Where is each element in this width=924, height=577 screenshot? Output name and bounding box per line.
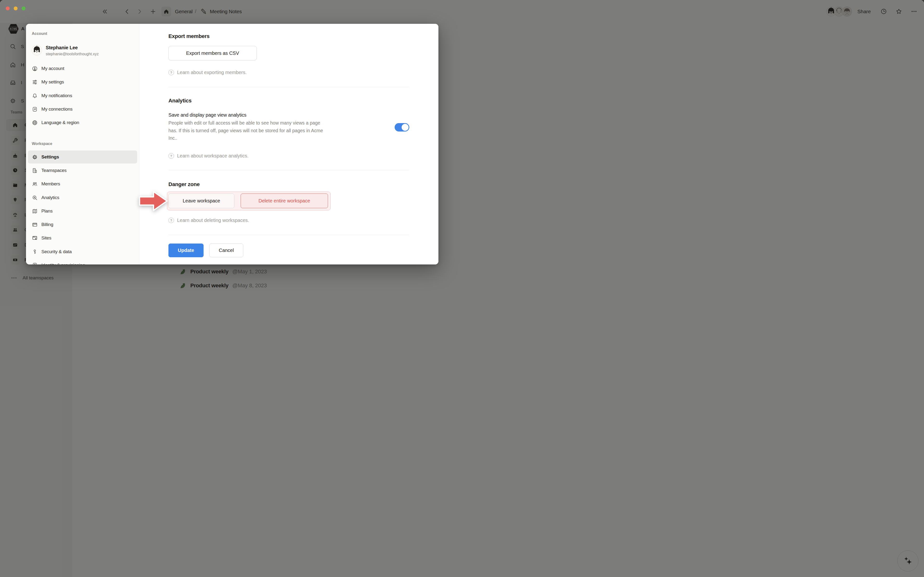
settings-nav-item-plans[interactable]: Plans: [28, 205, 137, 218]
settings-modal: Account Stephanie Lee stephanie@toolsfor…: [26, 24, 438, 264]
key-icon: [32, 249, 38, 255]
settings-nav-item-identity-provisioning[interactable]: Identity & provisioning: [28, 259, 137, 264]
minimize-window-button[interactable]: [14, 6, 18, 10]
settings-nav-item-my-connections[interactable]: My connections: [28, 103, 137, 115]
nav-item-label: Analytics: [41, 195, 59, 200]
settings-nav-item-sites[interactable]: Sites: [28, 232, 137, 244]
user-email: stephanie@toolsforthought.xyz: [46, 52, 99, 56]
leave-workspace-button[interactable]: Leave workspace: [168, 193, 234, 208]
account-user[interactable]: Stephanie Lee stephanie@toolsforthought.…: [32, 45, 99, 56]
settings-nav-item-members[interactable]: Members: [28, 178, 137, 190]
help-circle-icon: ?: [168, 70, 174, 75]
notion-window: General / Meeting Notes Share ACME A S: [0, 0, 462, 288]
globe-icon: [32, 120, 38, 126]
nav-item-label: Security & data: [41, 249, 72, 255]
nav-item-label: My notifications: [41, 93, 72, 98]
nav-item-label: Sites: [41, 235, 51, 241]
export-members-heading: Export members: [168, 33, 210, 39]
settings-nav: Account Stephanie Lee stephanie@toolsfor…: [26, 24, 139, 264]
nav-item-label: Language & region: [41, 120, 79, 125]
workspace-section-label: Workspace: [32, 142, 52, 146]
help-circle-icon: ?: [168, 153, 174, 159]
nav-item-label: Settings: [41, 154, 59, 160]
user-name: Stephanie Lee: [46, 45, 99, 50]
map-icon: [32, 208, 38, 214]
nav-item-label: Billing: [41, 222, 53, 227]
nav-item-label: Members: [41, 181, 60, 187]
zoom-window-button[interactable]: [22, 6, 26, 10]
red-pointer-arrow: [139, 190, 168, 212]
learn-exporting-members-link[interactable]: ? Learn about exporting members.: [168, 70, 247, 75]
section-divider: [168, 235, 409, 235]
building-icon: [32, 168, 38, 174]
search-plus-icon: [32, 195, 38, 201]
settings-footer: Update Cancel: [168, 243, 243, 257]
settings-nav-item-billing[interactable]: Billing: [28, 218, 137, 231]
danger-zone-heading: Danger zone: [168, 181, 200, 187]
settings-nav-item-teamspaces[interactable]: Teamspaces: [28, 164, 137, 177]
avatar: [32, 45, 42, 56]
learn-link-label: Learn about deleting workspaces.: [177, 218, 249, 223]
toggle-knob: [402, 124, 409, 131]
settings-nav-item-security-data[interactable]: Security & data: [28, 245, 137, 258]
settings-nav-item-language-region[interactable]: Language & region: [28, 116, 137, 129]
settings-nav-item-analytics[interactable]: Analytics: [28, 191, 137, 204]
person-circle-icon: [32, 66, 38, 72]
nav-item-label: Plans: [41, 208, 53, 214]
settings-nav-item-my-account[interactable]: My account: [28, 62, 137, 75]
nav-item-label: My account: [41, 66, 64, 71]
learn-link-label: Learn about exporting members.: [177, 70, 247, 75]
section-divider: [168, 87, 409, 87]
export-members-csv-button[interactable]: Export members as CSV: [168, 46, 257, 60]
learn-workspace-analytics-link[interactable]: ? Learn about workspace analytics.: [168, 153, 249, 159]
browser-cursor-icon: [32, 235, 38, 241]
section-divider: [168, 170, 409, 170]
nav-item-label: My connections: [41, 106, 73, 112]
page-view-analytics-description: People with edit or full access will be …: [168, 119, 327, 142]
analytics-heading: Analytics: [168, 98, 192, 104]
help-circle-icon: ?: [168, 218, 174, 223]
nav-item-label: Identity & provisioning: [41, 263, 85, 264]
arrow-up-right-square-icon: [32, 106, 38, 112]
page-view-analytics-title: Save and display page view analytics: [168, 112, 246, 118]
bell-icon: [32, 93, 38, 99]
learn-link-label: Learn about workspace analytics.: [177, 153, 249, 159]
close-window-button[interactable]: [6, 6, 10, 10]
members-icon: [32, 181, 38, 187]
account-section-label: Account: [32, 32, 47, 36]
window-controls: [6, 6, 26, 10]
gear-icon: [32, 154, 38, 160]
sliders-icon: [32, 79, 38, 85]
learn-deleting-workspaces-link[interactable]: ? Learn about deleting workspaces.: [168, 218, 249, 223]
settings-nav-item-my-settings[interactable]: My settings: [28, 76, 137, 88]
nav-item-label: Teamspaces: [41, 168, 67, 173]
update-button[interactable]: Update: [168, 243, 204, 257]
id-badge-icon: [32, 262, 38, 265]
settings-nav-item-my-notifications[interactable]: My notifications: [28, 89, 137, 102]
nav-item-label: My settings: [41, 79, 64, 85]
credit-card-icon: [32, 222, 38, 228]
settings-content: Export members Export members as CSV ? L…: [139, 24, 438, 264]
page-view-analytics-toggle[interactable]: [395, 123, 409, 132]
cancel-button[interactable]: Cancel: [209, 243, 243, 257]
settings-nav-item-settings[interactable]: Settings: [28, 150, 137, 163]
delete-entire-workspace-button[interactable]: Delete entire workspace: [241, 193, 328, 208]
